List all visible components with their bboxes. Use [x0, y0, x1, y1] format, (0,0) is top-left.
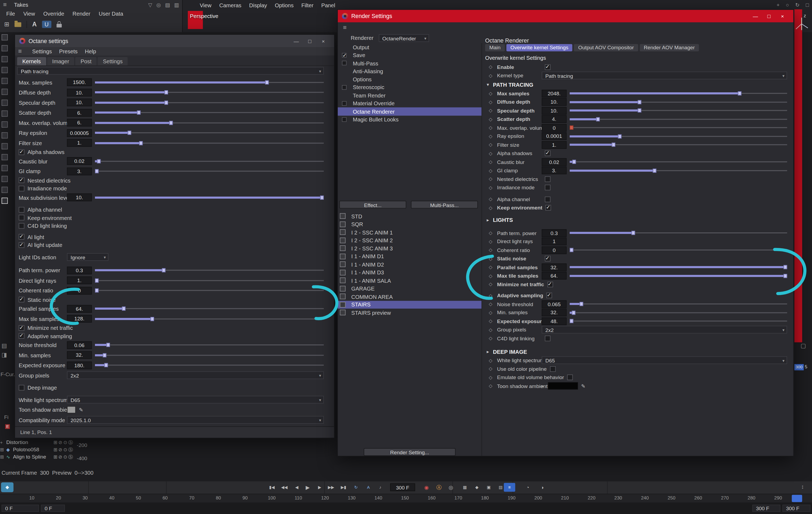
frame-label-270[interactable]: 270 — [721, 495, 729, 501]
octane-settings-titlebar[interactable]: Octane settings — □ × — [15, 35, 334, 47]
caustic-blur-slider[interactable] — [570, 159, 787, 165]
menu-file[interactable]: File — [6, 10, 15, 17]
tool-rail-icon[interactable] — [2, 45, 8, 51]
tab-post[interactable]: Post — [75, 57, 96, 65]
scatter-depth-slider[interactable] — [95, 110, 324, 116]
expand-icon[interactable]: ⊞ — [0, 447, 4, 452]
toon-shadow-ambient-swatch[interactable] — [67, 406, 76, 413]
caustic-blur-value[interactable]: 0.02 — [542, 158, 567, 166]
max-overlap-volumes-slider[interactable] — [570, 125, 787, 131]
ray-epsilon-slider[interactable] — [570, 133, 787, 139]
c4d-light-linking-checkbox[interactable] — [545, 335, 551, 341]
section-lights[interactable]: ▸LIGHTS — [482, 215, 793, 224]
ray-epsilon-value[interactable]: 0.0001 — [542, 133, 567, 140]
irradiance-mode-checkbox[interactable] — [19, 186, 24, 191]
preset-common-area[interactable]: COMMON AREA — [338, 292, 482, 300]
diffuse-depth-value[interactable]: 10. — [542, 98, 567, 106]
effect-button[interactable]: Effect... — [340, 200, 406, 208]
specular-depth-value[interactable]: 10. — [67, 99, 92, 106]
c4d-light-linking-checkbox[interactable] — [19, 223, 24, 228]
compatibility-mode-dropdown[interactable]: 2025.1.0 — [67, 416, 324, 424]
preset-i-2-ssc-anim-3[interactable]: I 2 - SSC ANIM 3 — [338, 244, 482, 252]
max-tile-samples-value[interactable]: 64. — [542, 272, 567, 280]
scatter-depth-value[interactable]: 4. — [542, 115, 567, 123]
noise-threshold-value[interactable]: 0.06 — [67, 341, 92, 349]
enable-checkbox[interactable] — [545, 64, 551, 70]
render-settings-titlebar[interactable]: Render Settings — □ × — [338, 10, 793, 22]
frame-label-110[interactable]: 110 — [295, 495, 302, 501]
tool-rail-icon[interactable] — [2, 56, 8, 62]
tool-rail-icon[interactable] — [2, 165, 8, 171]
layer-toggle-icons[interactable]: ⊞⊘⊙Ⓢ — [54, 439, 74, 446]
range-start-field-0[interactable]: 0 F — [2, 505, 39, 512]
direct-light-rays-slider[interactable] — [95, 277, 324, 283]
filter-size-value[interactable]: 1. — [67, 139, 92, 147]
key-filter-button[interactable]: ≡ — [504, 483, 515, 492]
gi-clamp-value[interactable]: 3. — [67, 167, 92, 175]
nav-output[interactable]: Output — [338, 43, 482, 51]
renderer-dropdown[interactable]: OctaneRender — [379, 34, 429, 42]
max-samples-slider[interactable] — [95, 79, 324, 85]
panel-icon[interactable]: ◨ — [2, 352, 7, 358]
menu-settings[interactable]: Settings — [32, 48, 52, 54]
caustic-blur-slider[interactable] — [95, 158, 324, 164]
path-term-power-value[interactable]: 0.3 — [67, 267, 92, 274]
scatter-depth-value[interactable]: 6. — [67, 109, 92, 116]
expected-exposure-value[interactable]: 180. — [67, 361, 92, 369]
irradiance-mode-checkbox[interactable] — [545, 185, 551, 190]
hamburger-icon[interactable] — [18, 48, 25, 55]
frame-label-90[interactable]: 90 — [242, 495, 248, 501]
preset-i-1-anim-d1[interactable]: I 1 - ANIM D1 — [338, 252, 482, 260]
next-frame-button[interactable]: ▶ — [314, 483, 325, 492]
preset-std[interactable]: STD — [338, 212, 482, 220]
eyedropper-icon[interactable] — [79, 407, 83, 413]
save-checkbox[interactable] — [342, 53, 346, 57]
parallel-samples-slider[interactable] — [570, 264, 787, 270]
filter-size-value[interactable]: 1. — [542, 141, 567, 148]
min-samples-value[interactable]: 32. — [67, 351, 92, 359]
tool-rail-icon[interactable] — [2, 78, 8, 84]
go-to-start-button[interactable]: ▮◀ — [266, 483, 278, 492]
menu-view[interactable]: View — [23, 10, 35, 17]
minimize-net-traffic-checkbox[interactable] — [547, 281, 553, 287]
current-frame-field[interactable]: 300 F — [390, 483, 415, 491]
ray-epsilon-value[interactable]: 0.00005 — [67, 129, 92, 137]
timeline-ruler[interactable]: 1020304050607080901001101201301401501601… — [0, 494, 812, 503]
minimize-icon[interactable]: — — [289, 38, 303, 44]
active-take-button[interactable]: U — [42, 21, 51, 28]
layer-toggle-icons[interactable]: ⊞⊘⊙Ⓢ — [54, 454, 74, 461]
minimize-icon[interactable]: — — [749, 13, 762, 19]
prev-key-button[interactable]: ◀◀ — [279, 483, 290, 492]
frame-label-50[interactable]: 50 — [136, 495, 141, 501]
max-overlap-volumes-value[interactable]: 6. — [67, 119, 92, 127]
tool-rail-icon[interactable] — [2, 110, 8, 116]
toggle-view-icon[interactable]: □ — [806, 2, 809, 8]
stereoscopic-checkbox[interactable] — [342, 85, 346, 89]
frame-label-30[interactable]: 30 — [83, 495, 88, 501]
close-icon[interactable]: × — [317, 38, 330, 44]
motion-clip-icon[interactable]: ◔ — [522, 483, 533, 492]
tool-rail-icon[interactable] — [2, 187, 8, 193]
group-pixels-dropdown[interactable]: 2x2 — [67, 372, 324, 379]
range-end-field-2[interactable]: 300 F — [752, 505, 780, 512]
frame-label-280[interactable]: 280 — [748, 495, 756, 501]
alpha-shadows-checkbox[interactable] — [545, 151, 551, 156]
viewport-label[interactable]: Perspective — [190, 13, 219, 19]
frame-label-240[interactable]: 240 — [641, 495, 649, 501]
max-overlap-volumes-value[interactable]: 0 — [542, 124, 567, 132]
expected-exposure-value[interactable]: 48. — [542, 317, 567, 325]
layer-toggle-icons[interactable]: ⊞⊘⊙Ⓢ — [54, 447, 74, 453]
static-noise-checkbox[interactable] — [19, 297, 24, 302]
emulate-old-volume-behavior-checkbox[interactable] — [567, 375, 573, 380]
ai-light-checkbox[interactable] — [19, 234, 24, 240]
coord-panel-icon[interactable]: ▢ — [801, 342, 806, 349]
go-to-end-button[interactable]: ▶▮ — [338, 483, 349, 492]
noise-threshold-value[interactable]: 0.065 — [542, 300, 567, 308]
parallel-samples-value[interactable]: 32. — [542, 263, 567, 271]
keep-environment-checkbox[interactable] — [19, 215, 24, 220]
frame-label-200[interactable]: 200 — [534, 495, 542, 501]
preset-sqr[interactable]: SQR — [338, 220, 482, 228]
diffuse-depth-value[interactable]: 10. — [67, 88, 92, 97]
frame-label-40[interactable]: 40 — [109, 495, 114, 501]
tab-main[interactable]: Main — [485, 44, 505, 51]
